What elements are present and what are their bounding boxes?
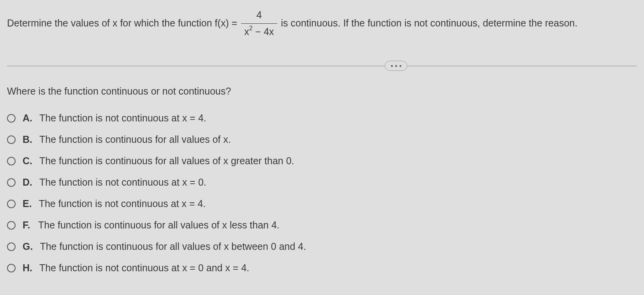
option-e[interactable]: E. The function is not continuous at x =… [7,198,637,209]
radio-b[interactable] [7,135,16,144]
option-letter: A. [23,112,32,124]
option-letter: H. [23,262,32,274]
option-letter: E. [23,198,32,209]
dot-icon [391,65,393,67]
fraction: 4 x2 − 4x [241,8,277,39]
radio-f[interactable] [7,221,16,230]
radio-h[interactable] [7,264,16,272]
radio-a[interactable] [7,114,16,123]
option-a[interactable]: A. The function is not continuous at x =… [7,112,637,124]
radio-c[interactable] [7,157,16,165]
fraction-denominator: x2 − 4x [241,23,277,39]
question-prompt: Determine the values of x for which the … [7,8,637,39]
divider-line [7,66,637,66]
subquestion: Where is the function continuous or not … [7,86,637,97]
option-letter: F. [23,219,31,231]
more-options-button[interactable] [385,61,407,71]
option-c[interactable]: C. The function is continuous for all va… [7,155,637,167]
option-text: The function is not continuous at x = 4. [39,112,206,124]
option-text: The function is continuous for all value… [40,241,306,252]
option-text: The function is continuous for all value… [39,134,231,145]
option-text: The function is not continuous at x = 4. [39,198,206,209]
option-text: The function is continuous for all value… [38,219,280,231]
radio-d[interactable] [7,178,16,187]
option-text: The function is not continuous at x = 0 … [39,262,249,274]
option-f[interactable]: F. The function is continuous for all va… [7,219,637,231]
option-d[interactable]: D. The function is not continuous at x =… [7,177,637,188]
options-list: A. The function is not continuous at x =… [7,112,637,274]
dot-icon [399,65,401,67]
option-b[interactable]: B. The function is continuous for all va… [7,134,637,145]
option-letter: D. [23,177,32,188]
option-letter: B. [23,134,32,145]
question-prefix: Determine the values of x for which the … [7,16,237,31]
option-text: The function is continuous for all value… [39,155,294,167]
fraction-numerator: 4 [253,8,265,23]
option-letter: C. [23,155,32,167]
divider-row [7,65,637,66]
option-letter: G. [23,241,33,252]
option-h[interactable]: H. The function is not continuous at x =… [7,262,637,274]
radio-e[interactable] [7,200,16,208]
dot-icon [395,65,397,67]
question-suffix: is continuous. If the function is not co… [281,16,578,31]
option-text: The function is not continuous at x = 0. [39,177,206,188]
radio-g[interactable] [7,242,16,251]
option-g[interactable]: G. The function is continuous for all va… [7,241,637,252]
